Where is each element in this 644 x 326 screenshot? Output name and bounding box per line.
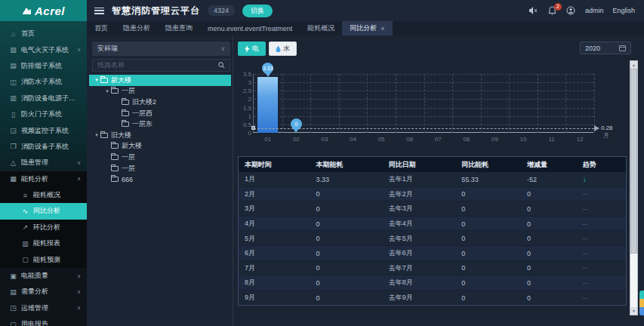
sidebar-item-9[interactable]: ▦能耗分析∧ — [0, 171, 87, 187]
scrollbar-thumb[interactable] — [630, 69, 637, 254]
line-search-input[interactable]: 线路名称 — [92, 59, 230, 72]
sidebar-item-label: 用电报告 — [21, 319, 81, 326]
tree-node-4[interactable]: 一层东 — [89, 118, 231, 130]
table-header-cell: 同比日期 — [383, 160, 455, 170]
table-cell: 0 — [455, 235, 521, 242]
tree-node-9[interactable]: 666 — [89, 174, 231, 185]
username-label[interactable]: admin — [585, 7, 604, 14]
project-select[interactable]: 安科瑞 ∨ — [92, 42, 230, 56]
search-icon[interactable] — [218, 62, 225, 69]
tree-node-1[interactable]: ▾一层 — [89, 86, 231, 97]
table-row-3[interactable]: 3月0去年3月00-- — [239, 201, 626, 217]
x-axis-tick: 03 — [313, 136, 336, 143]
sidebar-item-18[interactable]: ▢用电报告 — [0, 316, 87, 326]
sidebar-item-0[interactable]: ⌂首页 — [0, 26, 87, 42]
chevron-down-icon: ∨ — [77, 273, 81, 279]
table-row-2[interactable]: 2月0去年2月00-- — [239, 187, 626, 202]
table-row-9[interactable]: 9月0去年9月00-- — [239, 291, 626, 306]
x-axis-tick: 08 — [455, 136, 478, 143]
sidebar-item-10[interactable]: ≡能耗概况 — [0, 187, 87, 203]
tab-close-icon[interactable]: × — [381, 25, 384, 32]
notification-bell-icon[interactable]: 2 — [547, 6, 557, 16]
tree-node-label: 666 — [122, 176, 133, 183]
sidebar-item-5[interactable]: ▯防火门子系统 — [0, 106, 87, 122]
table-cell: 0 — [310, 279, 382, 287]
table-row-5[interactable]: 5月0去年5月00-- — [239, 231, 626, 246]
tab-0[interactable]: 首页 — [87, 21, 116, 35]
tree-node-3[interactable]: 一层西 — [89, 108, 231, 119]
chevron-up-icon: ∧ — [77, 176, 81, 182]
tree-node-6[interactable]: 新大楼 — [89, 141, 231, 152]
tree-node-label: 一层东 — [132, 119, 153, 129]
mute-icon[interactable] — [528, 6, 538, 16]
table-cell: -- — [577, 264, 626, 272]
tree-node-8[interactable]: 一层 — [89, 163, 231, 174]
project-select-value: 安科瑞 — [97, 44, 220, 54]
sidebar-item-4[interactable]: ▥消防设备电源子系统 — [0, 91, 87, 106]
tab-4[interactable]: 能耗概况 — [300, 21, 342, 35]
power-supply-icon: ▥ — [9, 94, 17, 102]
sidebar-item-1[interactable]: ▨电气火灾子系统∨ — [0, 42, 87, 57]
tab-5[interactable]: 同比分析× — [342, 21, 392, 35]
table-row-1[interactable]: 1月3.33去年1月55.33-52↓ — [239, 172, 626, 187]
sidebar-item-7[interactable]: ❒消防设备子系统 — [0, 139, 87, 155]
tree-caret-icon[interactable]: ▾ — [93, 77, 100, 83]
user-avatar-icon[interactable] — [566, 6, 576, 16]
sidebar-item-label: 能耗分析 — [21, 174, 75, 184]
electric-toggle-button[interactable]: 电 — [238, 42, 266, 56]
y-axis-tick: 0.5 — [239, 121, 251, 128]
sidebar-item-label: 视频监控子系统 — [21, 126, 81, 136]
page-scrollbar[interactable]: ▲ ▼ — [630, 60, 638, 315]
tree-node-2[interactable]: 旧大楼2 — [89, 97, 231, 108]
sidebar-item-15[interactable]: ▣电能质量∨ — [0, 268, 87, 284]
scrollbar-up-arrow[interactable]: ▲ — [630, 61, 637, 69]
table-row-7[interactable]: 7月0去年7月00-- — [239, 261, 626, 276]
y-axis-tick: 3.5 — [239, 71, 251, 78]
table-row-4[interactable]: 4月0去年4月00-- — [239, 217, 626, 232]
scrollbar-down-arrow[interactable]: ▼ — [630, 307, 637, 315]
sidebar-item-11[interactable]: ∿同比分析 — [0, 203, 87, 219]
tab-2[interactable]: 隐患查询 — [158, 21, 200, 35]
tree-caret-icon[interactable]: ▾ — [93, 132, 100, 138]
sidebar-item-8[interactable]: △隐患管理∨ — [0, 155, 87, 171]
table-row-8[interactable]: 8月0去年8月00-- — [239, 275, 626, 291]
bar-month-01[interactable] — [257, 77, 278, 133]
table-row-6[interactable]: 6月0去年6月00-- — [239, 246, 626, 261]
x-axis-tick: 09 — [483, 136, 506, 143]
clipped-floating-widget[interactable] — [639, 291, 644, 315]
sidebar-item-16[interactable]: ▤需量分析∨ — [0, 284, 87, 300]
chevron-down-icon: ∨ — [220, 45, 225, 52]
chevron-down-icon: ∨ — [77, 47, 81, 53]
sidebar-item-17[interactable]: ◳运维管理∨ — [0, 300, 87, 316]
sidebar-item-2[interactable]: ▤防排烟子系统 — [0, 58, 87, 74]
table-cell: 0 — [521, 294, 577, 302]
tree-node-5[interactable]: ▾旧大楼 — [89, 130, 231, 141]
fire-door-icon: ▯ — [9, 111, 17, 118]
x-axis-tick: 07 — [427, 136, 449, 143]
folder-icon — [122, 121, 129, 127]
sidebar-item-14[interactable]: ▢能耗预测 — [0, 251, 87, 267]
tree-caret-icon[interactable]: ▾ — [103, 88, 111, 94]
water-toggle-button[interactable]: 水 — [269, 42, 297, 56]
folder-icon — [111, 155, 119, 160]
tab-3[interactable]: menu.event.eventTreatment — [200, 21, 300, 35]
panel-divider — [233, 35, 233, 326]
menu-collapse-icon[interactable] — [94, 8, 104, 14]
line-search-placeholder: 线路名称 — [97, 60, 218, 70]
year-picker[interactable]: 2020 — [580, 42, 631, 54]
table-cell: 0 — [521, 220, 577, 228]
sidebar-item-13[interactable]: ▥能耗报表 — [0, 235, 87, 251]
sidebar-item-12[interactable]: ↗环比分析 — [0, 220, 87, 235]
sidebar-item-label: 需量分析 — [21, 287, 75, 297]
folder-icon — [111, 166, 119, 171]
header-bar: 智慧消防管理云平台 4324 切换 2 admin English — [87, 0, 644, 21]
switch-button[interactable]: 切换 — [242, 5, 273, 17]
table-cell: 去年9月 — [383, 293, 455, 303]
tab-label: 能耗概况 — [307, 23, 334, 33]
tab-1[interactable]: 隐患分析 — [116, 21, 158, 35]
sidebar-item-6[interactable]: ◲视频监控子系统 — [0, 122, 87, 138]
tree-node-7[interactable]: 一层 — [89, 152, 231, 163]
tree-node-0[interactable]: ▾新大楼 — [89, 75, 231, 86]
sidebar-item-3[interactable]: ◫消防水子系统 — [0, 74, 87, 90]
language-switch[interactable]: English — [612, 7, 635, 14]
